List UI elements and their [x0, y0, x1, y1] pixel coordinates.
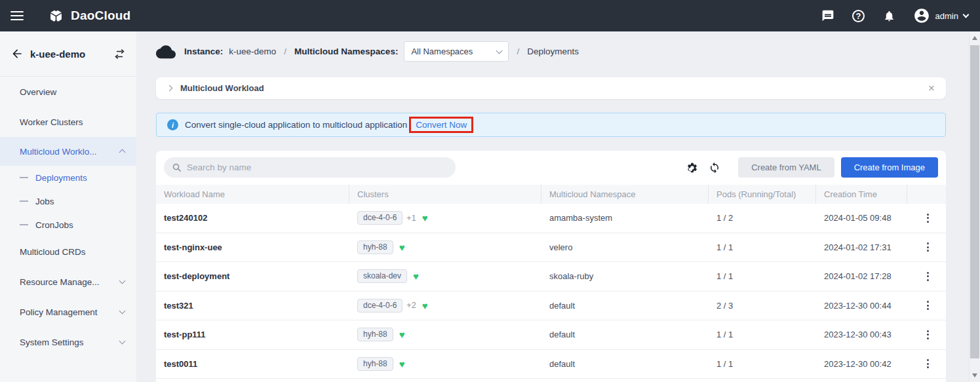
row-actions-kebab[interactable] — [923, 211, 933, 225]
cluster-extra-count: +2 — [406, 301, 416, 310]
pods-cell: 1 / 1 — [716, 359, 733, 369]
row-actions-kebab[interactable] — [923, 240, 933, 254]
cluster-tag: dce-4-0-6 — [357, 299, 402, 313]
notifications-bell-icon[interactable] — [882, 9, 897, 23]
namespace-select[interactable]: All Namespaces — [404, 41, 509, 62]
cluster-tag: hyh-88 — [357, 357, 393, 371]
user-menu[interactable]: admin — [913, 7, 968, 24]
convert-info-banner: i Convert single-cloud application to mu… — [156, 113, 946, 137]
pods-cell: 1 / 2 — [716, 213, 733, 223]
table-row: test0011 hyh-88 ♥ default 1 / 1 2023-12-… — [156, 350, 946, 379]
creation-time-cell: 2023-12-30 00:44 — [824, 301, 892, 311]
sidebar-item-system-settings[interactable]: System Settings — [0, 327, 136, 357]
instance-value[interactable]: k-uee-demo — [229, 47, 276, 56]
main-content: Instance: k-uee-demo / Multicloud Namesp… — [136, 31, 980, 382]
namespace-cell: skoala-ruby — [549, 271, 593, 281]
health-heart-icon: ♥ — [399, 359, 405, 369]
chevron-down-icon — [119, 278, 126, 284]
pods-cell: 1 / 1 — [716, 242, 733, 252]
col-workload-name: Workload Name — [156, 185, 349, 204]
scroll-down-arrow-icon[interactable] — [972, 373, 977, 377]
namespaces-label: Multicloud Namespaces: — [294, 47, 398, 56]
info-icon: i — [167, 119, 178, 130]
instance-label: Instance: — [184, 47, 223, 56]
sidebar-item-jobs[interactable]: Jobs — [0, 189, 136, 213]
messages-icon[interactable] — [821, 9, 835, 23]
settings-gear-icon[interactable] — [686, 161, 699, 174]
breadcrumb-page: Deployments — [527, 47, 579, 56]
row-actions-kebab[interactable] — [923, 328, 933, 342]
row-actions-kebab[interactable] — [923, 298, 933, 313]
workload-name-link[interactable]: test-pp111 — [164, 330, 206, 339]
instance-title: k-uee-demo — [30, 48, 113, 60]
workload-name-link[interactable]: test240102 — [164, 213, 208, 223]
cluster-extra-count: +1 — [406, 214, 416, 223]
col-pods: Pods (Running/Total) — [709, 185, 816, 204]
banner-text: Convert single-cloud application to mult… — [185, 120, 407, 130]
col-clusters: Clusters — [349, 185, 541, 204]
create-from-yaml-button[interactable]: Create from YAML — [738, 157, 834, 178]
workload-name-link[interactable]: test-nginx-uee — [164, 242, 222, 252]
scrollbar-thumb[interactable] — [970, 45, 979, 358]
health-heart-icon: ♥ — [422, 213, 428, 223]
workload-name-link[interactable]: test0011 — [164, 359, 197, 369]
pods-cell: 1 / 1 — [716, 271, 733, 281]
chevron-right-icon — [167, 85, 173, 92]
pods-cell: 1 / 1 — [716, 330, 733, 339]
hamburger-menu-icon[interactable] — [10, 11, 24, 20]
vertical-scrollbar[interactable] — [969, 31, 980, 382]
dash-icon — [20, 224, 28, 225]
table-body: test240102 dce-4-0-6 +1 ♥ amamba-system … — [156, 204, 946, 379]
refresh-icon[interactable] — [708, 161, 721, 174]
chevron-down-icon — [963, 11, 970, 18]
brand-logo[interactable]: DaoCloud — [47, 7, 130, 25]
switch-instance-icon[interactable] — [113, 48, 126, 60]
sidebar-item-cronjobs[interactable]: CronJobs — [0, 213, 136, 237]
creation-time-cell: 2024-01-02 17:28 — [824, 271, 892, 281]
namespace-cell: default — [549, 301, 575, 311]
row-actions-kebab[interactable] — [923, 269, 933, 284]
health-heart-icon: ♥ — [399, 242, 405, 252]
table-header: Workload Name Clusters Multicloud Namesp… — [156, 185, 946, 204]
topbar: DaoCloud ? admin — [0, 0, 980, 31]
cluster-tag: hyh-88 — [357, 328, 393, 341]
cluster-tag: dce-4-0-6 — [357, 211, 402, 225]
creation-time-cell: 2023-12-30 00:42 — [824, 359, 892, 369]
back-arrow-icon[interactable] — [10, 47, 24, 60]
namespace-select-value: All Namespaces — [411, 47, 473, 56]
sidebar-item-multicloud-workload[interactable]: Multicloud Worklo... — [0, 137, 136, 166]
multicloud-workload-panel-header[interactable]: Multicloud Workload × — [156, 77, 946, 99]
col-actions — [907, 185, 946, 204]
breadcrumb-separator: / — [517, 47, 519, 56]
avatar-icon — [913, 7, 930, 24]
brand-name: DaoCloud — [71, 9, 130, 23]
chevron-down-icon — [119, 338, 126, 345]
create-from-image-button[interactable]: Create from Image — [841, 157, 938, 178]
sidebar-item-resource-management[interactable]: Resource Manage... — [0, 267, 136, 297]
sidebar-item-multicloud-crds[interactable]: Multicloud CRDs — [0, 237, 136, 267]
sidebar-item-policy-management[interactable]: Policy Management — [0, 297, 136, 327]
scroll-up-arrow-icon[interactable] — [972, 36, 977, 40]
row-actions-kebab[interactable] — [923, 356, 933, 371]
namespace-cell: default — [549, 359, 575, 369]
sidebar-item-overview[interactable]: Overview — [0, 77, 136, 107]
dash-icon — [20, 177, 28, 178]
workload-name-link[interactable]: test-deployment — [164, 271, 229, 281]
health-heart-icon: ♥ — [422, 301, 428, 311]
panel-title: Multicloud Workload — [180, 83, 264, 93]
daocloud-logo-icon — [47, 7, 65, 25]
workload-name-link[interactable]: test321 — [164, 301, 193, 311]
table-row: test240102 dce-4-0-6 +1 ♥ amamba-system … — [156, 204, 946, 233]
namespace-cell: velero — [549, 242, 572, 252]
sidebar-item-worker-clusters[interactable]: Worker Clusters — [0, 107, 136, 137]
search-box[interactable] — [164, 157, 456, 178]
convert-now-link[interactable]: Convert Now — [409, 117, 473, 133]
help-icon[interactable]: ? — [852, 9, 866, 23]
close-icon[interactable]: × — [928, 83, 935, 94]
chevron-down-icon — [119, 308, 126, 315]
search-input[interactable] — [187, 162, 448, 172]
table-row: test-deployment skoala-dev ♥ skoala-ruby… — [156, 262, 946, 292]
creation-time-cell: 2024-01-05 09:48 — [824, 213, 892, 223]
sidebar-item-deployments[interactable]: Deployments — [0, 166, 136, 189]
creation-time-cell: 2024-01-02 17:31 — [824, 242, 892, 252]
